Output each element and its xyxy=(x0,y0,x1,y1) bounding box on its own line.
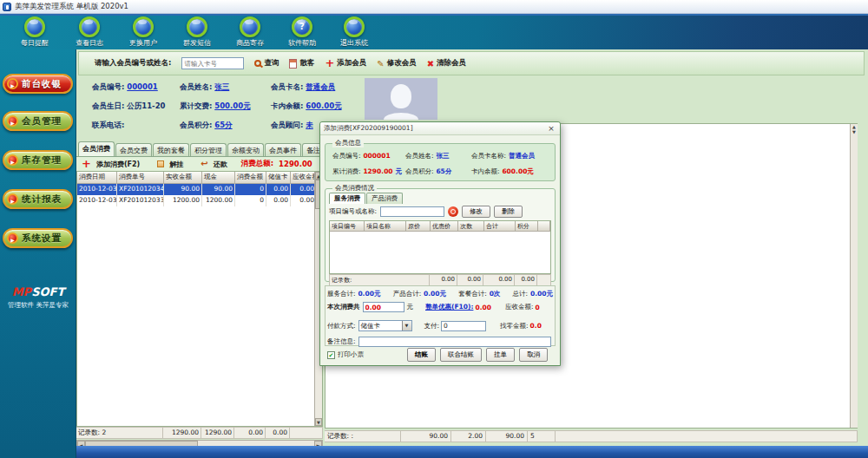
top-toolbar: 每日提醒 查看日志 更换用户 群发短信 商品寄存 ? 软件帮助 退出系统 xyxy=(0,16,868,49)
item-search-input[interactable] xyxy=(380,206,444,217)
member-phone-field: 联系电话: xyxy=(92,121,124,131)
edit-member-button[interactable]: ✎ 修改会员 xyxy=(377,58,416,69)
sidebar-item-inventory[interactable]: ▶ 库存管理 xyxy=(3,150,73,170)
consume-total-value: 1290.00 xyxy=(279,160,312,168)
tab-service-consume[interactable]: 服务消费 xyxy=(329,193,365,204)
tab-product-consume[interactable]: 产品消费 xyxy=(366,193,403,204)
member-balance-field: 卡内余额: 600.00元 xyxy=(271,101,342,112)
sidebar-item-cashier[interactable]: ▶ 前台收银 xyxy=(3,74,73,94)
settle-button[interactable]: 结账 xyxy=(407,348,436,362)
toolbar-help[interactable]: ? 软件帮助 xyxy=(278,16,326,48)
payment-method-select[interactable]: 储值卡 ▼ xyxy=(358,320,412,331)
sidebar-item-settings[interactable]: ▶ 系统设置 xyxy=(3,228,73,248)
dialog-item-table: 项目编号 项目名称 原价 优惠价 次数 合计 积分 xyxy=(329,220,551,274)
sms-icon xyxy=(187,16,207,37)
toolbar-daily-reminder[interactable]: 每日提醒 xyxy=(10,16,59,48)
tab-packages[interactable]: 我的套餐 xyxy=(153,143,189,156)
log-icon xyxy=(79,16,100,37)
clear-member-button[interactable]: ✖ 清除会员 xyxy=(427,58,466,69)
add-consume-button[interactable]: 添加消费(F2) xyxy=(96,160,140,169)
cross-icon: ✖ xyxy=(427,59,434,69)
dialog-item-table-footer: 记录数: 0.00 0.00 0.00 0.00 xyxy=(329,274,551,285)
play-icon: ▶ xyxy=(7,232,18,244)
print-receipt-label: 打印小票 xyxy=(338,350,364,359)
query-button[interactable]: 查询 xyxy=(254,58,279,69)
play-icon: ▶ xyxy=(7,193,18,205)
toolbar-exit[interactable]: 退出系统 xyxy=(330,16,378,48)
switch-user-icon xyxy=(133,16,154,37)
search-label: 请输入会员编号或姓名: xyxy=(95,58,171,69)
sidebar: ▶ 前台收银 ▶ 会员管理 ▶ 库存管理 ▶ 统计报表 ▶ 系统设置 MPSOF… xyxy=(0,49,76,458)
dlg-member-card: 会员卡名称: 普通会员 xyxy=(471,151,535,160)
scroll-down-icon[interactable]: ▼ xyxy=(851,129,858,134)
pencil-icon: ✎ xyxy=(377,59,384,69)
close-icon[interactable]: × xyxy=(546,124,556,134)
tab-payment[interactable]: 会员交费 xyxy=(115,143,152,156)
member-search-bar: 请输入会员编号或姓名: 查询 散客 + 添加会员 ✎ 修改会员 ✖ 清除会员 xyxy=(78,51,865,75)
dialog-totals-row: 服务合计: 0.00元 产品合计: 0.00元 套餐合计: 0次 总计: 0.0… xyxy=(327,289,553,298)
amount-input[interactable] xyxy=(363,302,404,312)
toolbar-send-sms[interactable]: 群发短信 xyxy=(173,16,221,48)
sidebar-item-members[interactable]: ▶ 会员管理 xyxy=(3,111,73,131)
item-search-label: 项目编号或名称: xyxy=(329,207,377,216)
member-points-field: 会员积分: 65分 xyxy=(180,121,233,131)
joint-settle-button[interactable]: 联合结账 xyxy=(440,348,482,362)
help-icon: ? xyxy=(292,16,312,37)
whole-discount-link[interactable]: 整单优惠(F10): xyxy=(425,303,473,311)
dialog-title: 添加消费[XF202009190001] xyxy=(324,124,413,133)
dialog-item-search-row: 项目编号或名称: 修改 删除 xyxy=(329,206,551,218)
scroll-down-icon[interactable]: ▼ xyxy=(315,418,322,426)
consume-table-footer: 记录数: 2 1290.00 1290.00 0.00 0.00 xyxy=(76,427,323,439)
member-advisor-field: 会员顾问: 未 xyxy=(271,121,313,131)
search-icon[interactable] xyxy=(448,206,458,217)
dialog-buttons: 结账 联合结账 挂单 取消 xyxy=(407,348,548,362)
pay-input[interactable] xyxy=(441,321,486,331)
toolbar-view-log[interactable]: 查看日志 xyxy=(65,16,114,48)
detail-vertical-scrollbar[interactable]: ▲ ▼ xyxy=(850,124,858,428)
clock-icon xyxy=(24,16,45,37)
chevron-down-icon: ▼ xyxy=(402,321,411,330)
member-card-field: 会员卡名: 普通会员 xyxy=(271,82,335,93)
add-member-button[interactable]: + 添加会员 xyxy=(325,58,366,69)
sidebar-item-reports[interactable]: ▶ 统计报表 xyxy=(3,189,73,209)
cancel-button[interactable]: 取消 xyxy=(519,348,548,362)
modify-button[interactable]: 修改 xyxy=(462,206,490,218)
note-input[interactable] xyxy=(358,337,551,347)
toolbar-switch-user[interactable]: 更换用户 xyxy=(119,16,168,48)
silhouette-head xyxy=(391,84,411,108)
storage-icon xyxy=(240,16,260,37)
refund-button[interactable]: 还款 xyxy=(214,160,227,169)
member-photo-placeholder xyxy=(365,78,437,120)
walkin-button[interactable]: 散客 xyxy=(289,58,314,69)
tab-points[interactable]: 积分管理 xyxy=(190,143,227,156)
dialog-item-table-header: 项目编号 项目名称 原价 优惠价 次数 合计 积分 xyxy=(330,221,550,232)
toolbar-goods-storage[interactable]: 商品寄存 xyxy=(226,16,274,48)
table-row[interactable]: 2010-12-03 16: XF2010120340 90.00 90.00 … xyxy=(77,184,322,195)
tab-events[interactable]: 会员事件 xyxy=(265,143,301,156)
dialog-note-row: 备注信息: xyxy=(327,337,551,347)
document-icon xyxy=(289,59,297,69)
dlg-member-name: 会员姓名: 张三 xyxy=(405,151,449,160)
brand-logo: MPSOFT xyxy=(0,285,76,298)
dlg-member-points: 会员积分: 65分 xyxy=(405,167,451,176)
hold-order-button[interactable]: 挂单 xyxy=(486,348,515,362)
search-input[interactable] xyxy=(181,57,244,69)
print-receipt-option: ✔ 打印小票 xyxy=(327,350,364,359)
play-icon: ▶ xyxy=(7,115,18,127)
dialog-tabstrip: 服务消费 产品消费 xyxy=(329,193,404,204)
table-row[interactable]: 2010-12-03 16: XF2010120330 1200.00 1200… xyxy=(77,195,322,206)
window-title: 美萍美发管理系统 单机版 2020v1 xyxy=(15,2,128,12)
dialog-member-group: 会员信息 会员编号: 000001 会员姓名: 张三 会员卡名称: 普通会员 累… xyxy=(325,143,556,181)
tab-consume[interactable]: 会员消费 xyxy=(78,141,115,156)
app-icon xyxy=(3,3,11,11)
play-icon: ▶ xyxy=(7,78,18,89)
plus-icon: + xyxy=(82,160,91,168)
dialog-payment-row: 付款方式: 储值卡 ▼ 支付: 找零金额: 0.0 xyxy=(327,320,555,331)
play-icon: ▶ xyxy=(7,154,18,166)
plus-icon: + xyxy=(325,59,334,68)
tab-balance[interactable]: 余额变动 xyxy=(227,143,264,156)
unhold-button[interactable]: 解挂 xyxy=(169,160,183,169)
add-consume-dialog: 添加消费[XF202009190001] × 会员信息 会员编号: 000001… xyxy=(319,121,561,366)
checkbox-checked-icon[interactable]: ✔ xyxy=(327,351,335,359)
delete-button[interactable]: 删除 xyxy=(494,206,523,218)
